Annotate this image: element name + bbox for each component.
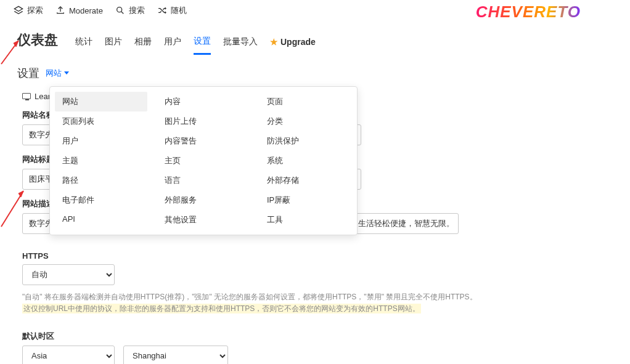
menu-item-pagelist[interactable]: 页面列表	[55, 111, 147, 131]
menu-item-ip-block[interactable]: IP屏蔽	[260, 190, 352, 210]
menu-item-pages[interactable]: 页面	[260, 92, 352, 111]
monitor-icon	[22, 93, 31, 99]
tab-stats[interactable]: 统计	[75, 36, 92, 54]
menu-item-theme[interactable]: 主题	[55, 151, 147, 171]
caret-down-icon	[64, 71, 69, 75]
menu-item-tools[interactable]: 工具	[260, 210, 352, 230]
settings-section-menu: 网站 页面列表 用户 主题 路径 电子邮件 API 内容 图片上传 内容警告 主…	[49, 86, 358, 235]
https-label: HTTPS	[22, 251, 613, 261]
menu-item-other[interactable]: 其他设置	[157, 210, 250, 230]
settings-heading: 设置	[17, 66, 39, 81]
timezone-city-select[interactable]: Shanghai	[123, 346, 228, 364]
nav-random-label: 随机	[171, 5, 187, 16]
https-note1: "自动" 将在服务器端检测并自动使用HTTPS(推荐)，"强加" 无论您的服务器…	[22, 293, 477, 301]
tab-upgrade-label: Upgrade	[280, 37, 316, 47]
tab-bulk[interactable]: 批量导入	[223, 36, 258, 54]
https-note2: 这仅控制URL中使用的协议，除非您的服务器配置为支持和使用HTTPS，否则它不会…	[22, 304, 421, 313]
upload-icon	[55, 6, 65, 15]
https-select[interactable]: 自动	[22, 264, 115, 285]
svg-line-2	[121, 12, 124, 14]
menu-item-categories[interactable]: 分类	[260, 111, 352, 131]
nav-explore[interactable]: 探索	[14, 5, 43, 16]
timezone-label: 默认时区	[22, 331, 613, 342]
timezone-region-select[interactable]: Asia	[22, 346, 115, 364]
brand-logo: CHEVERETO	[476, 2, 581, 22]
tab-users[interactable]: 用户	[164, 36, 181, 54]
svg-point-1	[117, 7, 122, 12]
menu-item-image-upload[interactable]: 图片上传	[157, 111, 250, 131]
menu-item-system[interactable]: 系统	[260, 151, 352, 171]
menu-item-homepage[interactable]: 主页	[157, 151, 250, 171]
menu-item-external-storage[interactable]: 外部存储	[260, 171, 352, 190]
nav-explore-label: 探索	[27, 5, 43, 16]
menu-item-language[interactable]: 语言	[157, 171, 250, 190]
menu-item-email[interactable]: 电子邮件	[55, 190, 147, 210]
tab-images[interactable]: 图片	[105, 36, 122, 54]
shuffle-icon	[157, 6, 167, 15]
nav-search-label: 搜索	[129, 5, 145, 16]
svg-marker-0	[14, 6, 22, 11]
menu-item-api[interactable]: API	[55, 210, 147, 228]
star-icon: ★	[270, 37, 278, 47]
stack-icon	[14, 6, 23, 15]
dashboard-title: 仪表盘	[17, 31, 58, 49]
menu-item-content[interactable]: 内容	[157, 92, 250, 111]
nav-search[interactable]: 搜索	[115, 5, 145, 16]
nav-moderate-label: Moderate	[69, 6, 103, 15]
settings-section-dropdown[interactable]: 网站	[46, 68, 69, 79]
search-icon	[115, 6, 125, 15]
menu-item-content-warning[interactable]: 内容警告	[157, 131, 250, 151]
tab-albums[interactable]: 相册	[134, 36, 152, 54]
tab-upgrade[interactable]: ★ Upgrade	[270, 37, 316, 53]
menu-item-external-services[interactable]: 外部服务	[157, 190, 250, 210]
menu-item-user[interactable]: 用户	[55, 131, 147, 151]
nav-random[interactable]: 随机	[157, 5, 187, 16]
nav-moderate[interactable]: Moderate	[55, 6, 103, 15]
tab-settings[interactable]: 设置	[194, 36, 211, 55]
menu-item-website[interactable]: 网站	[55, 92, 147, 111]
menu-item-path[interactable]: 路径	[55, 171, 147, 190]
menu-item-flood[interactable]: 防洪保护	[260, 131, 352, 151]
settings-section-label: 网站	[46, 68, 62, 79]
